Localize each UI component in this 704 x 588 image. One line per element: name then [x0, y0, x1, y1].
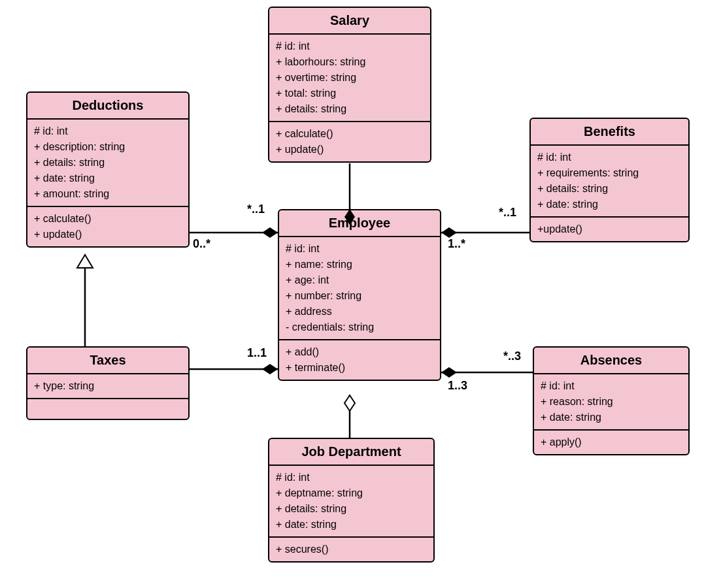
attr: + date: string [276, 517, 427, 532]
op: + update() [34, 227, 182, 242]
class-ops: + calculate() + update() [27, 207, 188, 246]
class-title: Benefits [531, 119, 688, 146]
op: + terminate() [286, 360, 433, 376]
mult-label: *..3 [503, 350, 521, 363]
class-deductions: Deductions # id: int + description: stri… [26, 91, 190, 248]
op: + calculate() [276, 126, 424, 142]
op: + update() [276, 142, 424, 157]
attr: - credentials: string [286, 319, 433, 335]
class-title: Job Department [269, 439, 433, 466]
class-ops: + add() + terminate() [279, 340, 440, 380]
attr: + details: string [34, 155, 182, 171]
class-ops: +update() [531, 218, 688, 241]
attr: + details: string [537, 181, 682, 197]
class-attrs: # id: int + requirements: string + detai… [531, 146, 688, 218]
class-benefits: Benefits # id: int + requirements: strin… [529, 118, 690, 242]
mult-label: *..1 [247, 203, 265, 216]
class-attrs: # id: int + name: string + age: int + nu… [279, 237, 440, 340]
op: + secures() [276, 542, 427, 557]
class-ops [27, 399, 188, 419]
class-absences: Absences # id: int + reason: string + da… [533, 346, 690, 455]
attr: + details: string [276, 101, 424, 117]
attr: + description: string [34, 139, 182, 155]
class-title: Taxes [27, 348, 188, 374]
op: + calculate() [34, 211, 182, 227]
attr: + age: int [286, 272, 433, 288]
attr: # id: int [541, 378, 682, 394]
attr: # id: int [276, 39, 424, 54]
op: +update() [537, 221, 682, 237]
class-attrs: + type: string [27, 374, 188, 399]
class-taxes: Taxes + type: string [26, 346, 190, 420]
class-attrs: # id: int + description: string + detail… [27, 120, 188, 207]
class-attrs: # id: int + laborhours: string + overtim… [269, 35, 430, 122]
class-title: Salary [269, 8, 430, 35]
attr: # id: int [286, 241, 433, 257]
class-salary: Salary # id: int + laborhours: string + … [268, 7, 431, 163]
class-title: Employee [279, 210, 440, 237]
attr: + laborhours: string [276, 54, 424, 70]
attr: + total: string [276, 86, 424, 101]
class-employee: Employee # id: int + name: string + age:… [278, 209, 441, 381]
attr: + overtime: string [276, 70, 424, 86]
attr: + deptname: string [276, 485, 427, 501]
attr: + number: string [286, 288, 433, 304]
class-jobdept: Job Department # id: int + deptname: str… [268, 438, 435, 563]
class-ops: + calculate() + update() [269, 122, 430, 161]
attr: + requirements: string [537, 165, 682, 181]
op: + apply() [541, 434, 682, 450]
attr: # id: int [276, 470, 427, 485]
attr: + date: string [537, 197, 682, 212]
mult-label: 1..1 [247, 346, 267, 360]
class-ops: + apply() [534, 431, 688, 454]
attr: + reason: string [541, 394, 682, 410]
attr: + name: string [286, 257, 433, 272]
class-title: Deductions [27, 93, 188, 120]
class-attrs: # id: int + deptname: string + details: … [269, 466, 433, 538]
class-ops: + secures() [269, 538, 433, 561]
mult-label: 1..3 [448, 379, 467, 393]
attr: + type: string [34, 378, 182, 394]
attr: + address [286, 304, 433, 319]
class-title: Absences [534, 348, 688, 374]
attr: + date: string [541, 410, 682, 425]
attr: + amount: string [34, 186, 182, 202]
mult-label: *..1 [499, 206, 516, 220]
op: + add() [286, 344, 433, 360]
attr: + details: string [276, 501, 427, 517]
attr: # id: int [537, 150, 682, 165]
attr: # id: int [34, 123, 182, 139]
class-attrs: # id: int + reason: string + date: strin… [534, 374, 688, 431]
attr: + date: string [34, 171, 182, 186]
mult-label: 0..* [193, 237, 210, 251]
mult-label: 1..* [448, 237, 465, 251]
